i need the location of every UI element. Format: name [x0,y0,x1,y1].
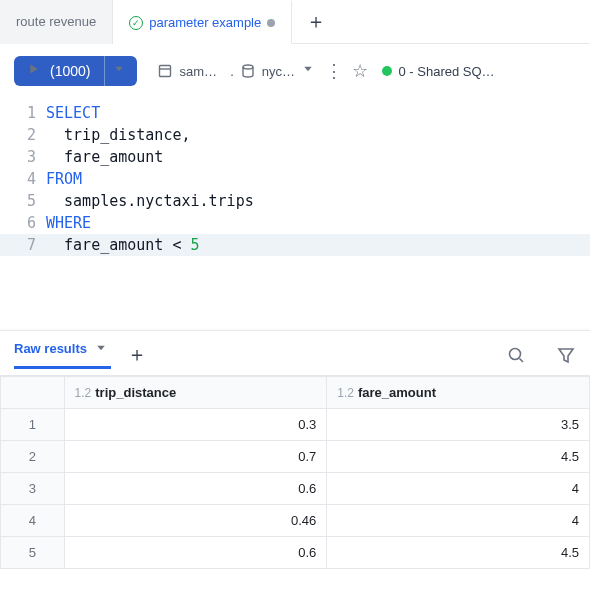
svg-line-8 [520,358,524,362]
compute-status-icon [382,66,392,76]
type-badge: 1.2 [75,386,92,400]
svg-marker-1 [116,67,124,72]
chevron-down-icon [113,63,129,79]
tab-label: route revenue [16,14,96,29]
toolbar: (1000) sampl… . nyct… ⋮ ☆ 0 - Shared SQ… [0,44,590,98]
cell: 4.5 [327,440,590,472]
line-number: 4 [0,168,46,190]
row-number: 5 [1,536,65,568]
search-results-button[interactable] [506,345,526,365]
cell: 4.5 [327,536,590,568]
tab-route-revenue[interactable]: route revenue [0,0,113,44]
code-line: fare_amount [46,146,590,168]
add-visualization-button[interactable]: ＋ [127,341,147,368]
code-line: fare_amount < 5 [46,234,590,256]
svg-marker-6 [97,345,105,350]
success-status-icon: ✓ [129,16,143,30]
cell: 0.3 [64,408,327,440]
catalog-picker[interactable]: sampl… . nyct… [157,63,317,79]
svg-marker-0 [30,65,38,74]
table-row[interactable]: 50.64.5 [1,536,590,568]
filter-results-button[interactable] [556,345,576,365]
row-number: 3 [1,472,65,504]
line-number: 1 [0,102,46,124]
code-line: FROM [46,168,590,190]
svg-marker-9 [559,349,573,362]
schema-label: nyct… [262,64,297,79]
results-tab-bar: Raw results ＋ [0,331,590,376]
code-line: trip_distance, [46,124,590,146]
play-icon [28,63,44,79]
table-corner [1,376,65,408]
favorite-button[interactable]: ☆ [352,60,368,82]
line-number: 7 [0,234,46,256]
row-number: 4 [1,504,65,536]
code-line: SELECT [46,102,590,124]
schema-icon [240,63,256,79]
catalog-icon [157,63,173,79]
catalog-label: sampl… [179,64,224,79]
line-number: 3 [0,146,46,168]
run-button-group: (1000) [14,56,137,86]
table-row[interactable]: 40.464 [1,504,590,536]
chevron-down-icon [95,342,111,358]
cell: 0.7 [64,440,327,472]
code-line: samples.nyctaxi.trips [46,190,590,212]
run-limit-label: (1000) [50,63,90,79]
tab-parameter-example[interactable]: ✓ parameter example [113,0,292,44]
cell: 0.6 [64,472,327,504]
compute-picker[interactable]: 0 - Shared SQ… [376,64,494,79]
more-menu-button[interactable]: ⋮ [325,60,344,82]
svg-point-4 [243,65,253,69]
run-dropdown-button[interactable] [104,56,137,86]
run-button[interactable]: (1000) [14,56,104,86]
add-tab-button[interactable]: ＋ [292,8,340,35]
line-number: 6 [0,212,46,234]
cell: 4 [327,472,590,504]
line-number: 5 [0,190,46,212]
dot-separator: . [230,64,234,79]
compute-label: 0 - Shared SQ… [398,64,494,79]
chevron-down-icon [302,63,317,79]
dirty-indicator-icon [267,19,275,27]
tab-label: parameter example [149,15,261,30]
svg-rect-2 [160,66,171,77]
row-number: 1 [1,408,65,440]
sql-editor[interactable]: 1SELECT 2 trip_distance, 3 fare_amount 4… [0,98,590,260]
results-tab-raw[interactable]: Raw results [14,341,111,369]
table-row[interactable]: 30.64 [1,472,590,504]
cell: 3.5 [327,408,590,440]
line-number: 2 [0,124,46,146]
svg-point-7 [510,348,521,359]
results-tab-label: Raw results [14,341,87,356]
tab-bar: route revenue ✓ parameter example ＋ [0,0,590,44]
row-number: 2 [1,440,65,472]
column-header-fare-amount[interactable]: 1.2fare_amount [327,376,590,408]
cell: 4 [327,504,590,536]
table-row[interactable]: 10.33.5 [1,408,590,440]
svg-marker-5 [305,67,313,72]
column-header-trip-distance[interactable]: 1.2trip_distance [64,376,327,408]
results-table: 1.2trip_distance 1.2fare_amount 10.33.5 … [0,376,590,569]
type-badge: 1.2 [337,386,354,400]
table-row[interactable]: 20.74.5 [1,440,590,472]
code-line: WHERE [46,212,590,234]
cell: 0.46 [64,504,327,536]
cell: 0.6 [64,536,327,568]
